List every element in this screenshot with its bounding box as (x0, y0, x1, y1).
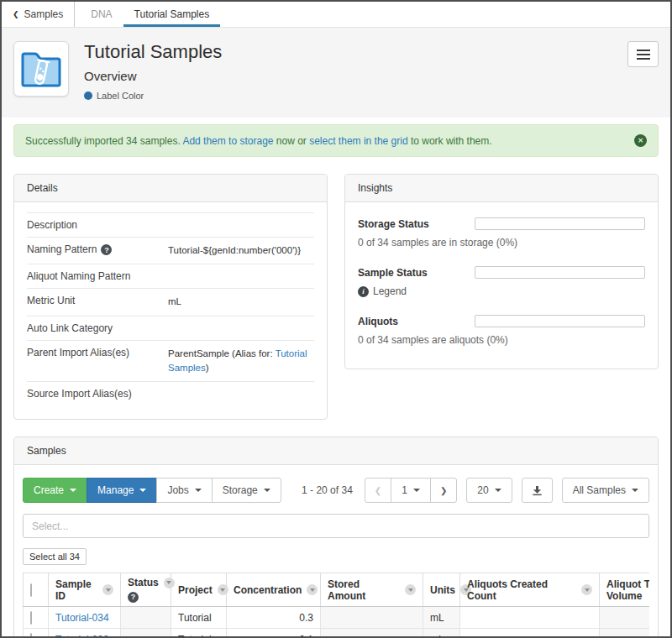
sample-id-link[interactable]: Tutorial-034 (55, 612, 109, 624)
field-value: Tutorial-${genId:number('000')} (168, 243, 314, 258)
caret-down-icon (264, 489, 270, 492)
field-label: Source Import Alias(es) (27, 388, 132, 400)
alert-text: to work with them. (408, 135, 492, 147)
details-row-auto-link-category: Auto Link Category (27, 316, 314, 340)
status-help-icon[interactable]: ? (128, 592, 139, 603)
import-success-alert: Successfully imported 34 samples. Add th… (13, 124, 659, 157)
details-panel: Details Description Naming Pattern ? Tut… (13, 174, 328, 420)
storage-status-label: Storage Status (358, 218, 429, 230)
field-value: mL (168, 295, 314, 309)
back-chevron-icon: ❮ (13, 10, 19, 18)
table-row: Tutorial-034 Tutorial 0.3 mL (24, 607, 650, 629)
details-panel-title: Details (14, 175, 327, 202)
row-checkbox[interactable] (30, 611, 32, 625)
chevron-right-icon: ❯ (440, 486, 447, 495)
alert-message: Successfully imported 34 samples. Add th… (25, 135, 492, 147)
page-select-button[interactable]: 1 (391, 478, 431, 503)
column-header-status: Status ? (121, 573, 171, 607)
grid-header-row: Sample ID Status ? Project (24, 573, 650, 607)
label-color-row: Label Color (84, 91, 627, 101)
info-icon[interactable]: i (358, 286, 369, 297)
page-subtitle: Overview (84, 69, 627, 83)
create-button[interactable]: Create (23, 478, 87, 503)
field-value (168, 322, 314, 334)
select-in-grid-link[interactable]: select them in the grid (309, 135, 407, 147)
legend-label[interactable]: Legend (373, 285, 407, 297)
next-page-button[interactable]: ❯ (430, 478, 457, 503)
sample-status-label: Sample Status (358, 267, 428, 279)
grid-toolbar: Create Manage Jobs Storage 1 - 20 of 34 (23, 478, 649, 503)
label-color-dot-icon (84, 92, 92, 100)
label-color-text: Label Color (97, 91, 144, 101)
column-header-aliquots-created-count: Aliquots Created Count (460, 573, 600, 607)
details-row-parent-import-alias: Parent Import Alias(es) ParentSample (Al… (27, 340, 314, 382)
samples-panel: Samples Create Manage Jobs Storage (13, 437, 659, 638)
view-select-button[interactable]: All Samples (562, 478, 649, 503)
field-value (168, 388, 314, 400)
column-menu-icon[interactable] (218, 584, 228, 595)
column-menu-icon[interactable] (581, 584, 592, 595)
column-header-aliquot-total-volume: Aliquot Total Volume (600, 573, 650, 607)
sample-status-row: Sample Status (358, 266, 645, 279)
alert-text: now or (274, 135, 310, 147)
tab-back-samples[interactable]: ❮ Samples (2, 2, 75, 27)
tab-dna[interactable]: DNA (80, 2, 123, 27)
caret-down-icon (413, 489, 420, 492)
prev-page-button[interactable]: ❮ (365, 478, 391, 503)
caret-down-icon (632, 489, 638, 492)
sample-type-icon-card (13, 41, 69, 97)
details-row-description: Description (27, 212, 314, 237)
naming-pattern-help-icon[interactable]: ? (101, 244, 112, 255)
export-button[interactable] (522, 478, 553, 503)
column-menu-icon[interactable] (164, 578, 175, 588)
aliquots-caption: 0 of 34 samples are aliquots (0%) (358, 334, 645, 346)
details-row-aliquot-naming-pattern: Aliquot Naming Pattern (27, 264, 314, 288)
row-checkbox[interactable] (30, 633, 32, 638)
tab-tutorial-samples[interactable]: Tutorial Samples (123, 2, 221, 27)
storage-status-progress-bar (475, 217, 645, 230)
select-all-checkbox[interactable] (30, 583, 32, 597)
alert-dismiss-icon[interactable]: ✕ (634, 134, 647, 147)
sample-id-link[interactable]: Tutorial-033 (55, 634, 109, 638)
download-icon (532, 485, 543, 496)
caret-down-icon (195, 489, 202, 492)
pagination-range: 1 - 20 of 34 (302, 484, 353, 496)
insights-panel: Insights Storage Status 0 of 34 samples … (344, 174, 659, 369)
field-label: Parent Import Alias(es) (27, 347, 129, 358)
storage-button[interactable]: Storage (212, 478, 281, 503)
folder-testtube-icon (20, 50, 62, 87)
column-header-concentration: Concentration (227, 573, 321, 607)
tab-back-label: Samples (24, 8, 64, 20)
field-value (168, 270, 314, 282)
legend-row: i Legend (358, 285, 645, 297)
column-menu-icon[interactable] (307, 584, 318, 595)
column-menu-icon[interactable] (102, 584, 113, 595)
storage-status-row: Storage Status (358, 217, 645, 230)
samples-grid: Sample ID Status ? Project (23, 573, 649, 638)
field-label: Auto Link Category (27, 322, 113, 334)
sample-status-progress-bar (475, 266, 645, 279)
field-label: Aliquot Naming Pattern (27, 270, 130, 282)
page-header: Tutorial Samples Overview Label Color (2, 28, 670, 118)
app-window: ❮ Samples DNA Tutorial Samples (0, 0, 672, 638)
table-row: Tutorial-033 Tutorial 0.1 mL (24, 629, 650, 638)
alert-text: Successfully imported 34 samples. (25, 135, 182, 147)
hamburger-icon (637, 50, 650, 51)
add-to-storage-link[interactable]: Add them to storage (182, 135, 273, 147)
field-value: ParentSample (Alias for: Tutorial Sample… (168, 347, 314, 376)
caret-down-icon (495, 489, 501, 492)
samples-panel-title: Samples (14, 437, 658, 465)
storage-status-caption: 0 of 34 samples are in storage (0%) (358, 237, 645, 248)
tab-tutorial-samples-label: Tutorial Samples (134, 8, 210, 20)
column-header-sample-id: Sample ID (49, 573, 121, 607)
page-menu-button[interactable] (627, 41, 659, 67)
select-all-button[interactable]: Select all 34 (23, 548, 87, 565)
aliquots-row: Aliquots (358, 315, 645, 327)
tab-dna-label: DNA (91, 8, 112, 20)
jobs-button[interactable]: Jobs (156, 478, 212, 503)
grid-filter-input[interactable] (23, 514, 649, 538)
page-size-button[interactable]: 20 (466, 478, 512, 503)
column-menu-icon[interactable] (405, 584, 416, 595)
manage-button[interactable]: Manage (87, 478, 157, 503)
field-label: Naming Pattern (27, 243, 97, 255)
